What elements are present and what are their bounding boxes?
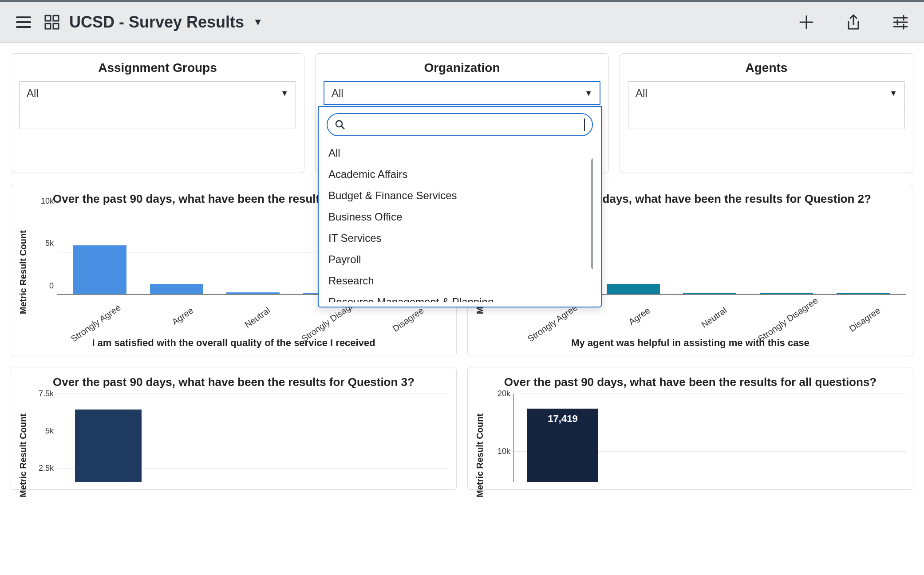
filter-chips-area[interactable] [628,105,905,129]
organization-dropdown-popup: All Academic Affairs Budget & Finance Se… [318,106,602,307]
y-tick: 0 [49,281,54,291]
assignment-groups-select[interactable]: All ▼ [19,81,296,105]
add-icon[interactable] [796,12,817,32]
svg-rect-6 [53,24,59,29]
chart-bar[interactable] [683,293,736,294]
dropdown-option[interactable]: Payroll [327,249,593,270]
filter-chips-area[interactable] [19,105,296,129]
y-tick: 20k [498,389,510,398]
chart-plot-area: 20k 10k 17,419 [513,394,906,482]
y-tick: 10k [498,447,510,456]
chart-bar[interactable] [837,293,890,294]
x-tick-label: Agree [603,305,667,366]
x-tick-label: Disagree [376,305,441,366]
chart-title: Over the past 90 days, what have been th… [18,375,449,389]
y-tick: 2.5k [39,464,54,473]
x-tick-label: Strongly Disagree [299,305,364,366]
select-value: All [636,87,648,99]
dropdown-options-list: All Academic Affairs Budget & Finance Se… [327,142,593,302]
y-tick: 7.5k [39,389,54,398]
chevron-down-icon: ▼ [280,89,288,98]
chart-bar[interactable] [607,284,660,294]
text-cursor [584,118,585,131]
dropdown-search-input[interactable] [350,119,580,130]
y-tick: 5k [45,238,54,248]
x-tick-label: Strongly Agree [69,305,134,366]
filter-title: Agents [628,61,905,75]
bar-data-label: 17,419 [548,413,577,425]
dropdown-option[interactable]: Research [327,270,593,291]
y-tick: 10k [41,197,54,206]
select-value: All [27,87,39,99]
chart-bar[interactable] [75,410,142,482]
select-value: All [332,87,344,99]
page-title: UCSD - Survey Results [69,13,244,32]
svg-rect-4 [53,16,59,21]
chart-card-q3: Over the past 90 days, what have been th… [11,367,457,490]
dropdown-option[interactable]: Business Office [327,206,593,228]
y-axis-label: Metric Result Count [475,411,485,500]
top-toolbar: UCSD - Survey Results ▼ [0,2,924,43]
dropdown-option[interactable]: Academic Affairs [327,164,593,185]
menu-icon[interactable] [13,12,34,32]
y-axis-label: Metric Result Count [18,210,28,335]
dropdown-option[interactable]: Budget & Finance Services [327,185,593,206]
dropdown-option[interactable]: IT Services [327,228,593,249]
chart-bar[interactable]: 17,419 [527,409,598,482]
chart-bar[interactable] [226,292,280,294]
agents-select[interactable]: All ▼ [628,81,905,105]
x-tick-label: Disagree [833,305,897,366]
chart-bar[interactable] [760,293,813,294]
svg-rect-5 [45,24,51,29]
x-tick-label: Strongly Agree [526,305,591,366]
svg-rect-3 [45,16,51,21]
filter-title: Organization [324,61,600,75]
share-icon[interactable] [843,12,864,32]
svg-line-17 [341,126,344,129]
dropdown-option[interactable]: Resource Management & Planning [327,291,593,302]
dropdown-search[interactable] [327,113,593,136]
x-tick-label: Neutral [223,305,288,366]
chart-bar[interactable] [150,284,203,294]
x-tick-label: Strongly Disagree [756,305,821,366]
dashboard-grid-icon[interactable] [42,12,62,32]
settings-sliders-icon[interactable] [890,12,911,32]
title-dropdown-caret[interactable]: ▼ [253,16,263,28]
search-icon [335,119,345,130]
y-axis-label: Metric Result Count [18,411,28,500]
organization-select[interactable]: All ▼ [324,81,600,105]
dropdown-scrollbar[interactable] [591,158,593,269]
filter-title: Assignment Groups [19,61,296,75]
svg-point-16 [336,121,342,127]
chevron-down-icon: ▼ [889,89,897,98]
chart-card-qall: Over the past 90 days, what have been th… [467,367,913,490]
y-tick: 5k [45,426,54,436]
filter-card-assignment-groups: Assignment Groups All ▼ [11,53,304,173]
chart-bar[interactable] [73,245,126,294]
chart-plot-area: 7.5k 5k 2.5k [57,394,449,482]
filter-card-agents: Agents All ▼ [620,53,913,173]
chevron-down-icon: ▼ [584,89,592,98]
x-tick-label: Neutral [679,305,744,366]
dropdown-option[interactable]: All [327,142,593,164]
x-tick-label: Agree [146,305,211,366]
chart-title: Over the past 90 days, what have been th… [475,375,906,389]
